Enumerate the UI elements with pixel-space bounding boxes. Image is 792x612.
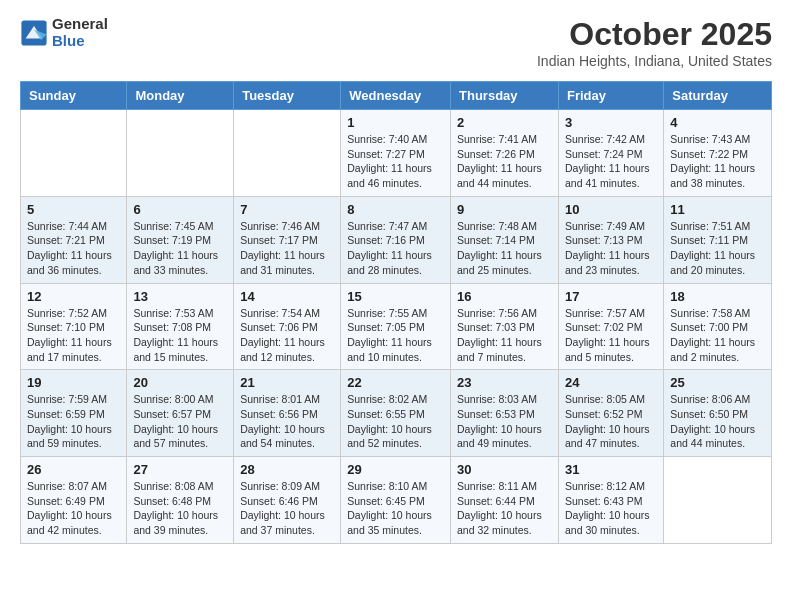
day-info: Sunrise: 8:11 AM Sunset: 6:44 PM Dayligh… xyxy=(457,479,552,538)
day-info: Sunrise: 8:07 AM Sunset: 6:49 PM Dayligh… xyxy=(27,479,120,538)
day-info: Sunrise: 8:02 AM Sunset: 6:55 PM Dayligh… xyxy=(347,392,444,451)
day-number: 5 xyxy=(27,202,120,217)
day-header-friday: Friday xyxy=(558,82,663,110)
day-header-monday: Monday xyxy=(127,82,234,110)
calendar-cell: 15Sunrise: 7:55 AM Sunset: 7:05 PM Dayli… xyxy=(341,283,451,370)
logo-icon xyxy=(20,19,48,47)
day-number: 24 xyxy=(565,375,657,390)
day-header-tuesday: Tuesday xyxy=(234,82,341,110)
calendar-cell: 20Sunrise: 8:00 AM Sunset: 6:57 PM Dayli… xyxy=(127,370,234,457)
day-info: Sunrise: 7:51 AM Sunset: 7:11 PM Dayligh… xyxy=(670,219,765,278)
day-info: Sunrise: 8:08 AM Sunset: 6:48 PM Dayligh… xyxy=(133,479,227,538)
calendar-cell: 6Sunrise: 7:45 AM Sunset: 7:19 PM Daylig… xyxy=(127,196,234,283)
day-info: Sunrise: 7:52 AM Sunset: 7:10 PM Dayligh… xyxy=(27,306,120,365)
day-info: Sunrise: 7:42 AM Sunset: 7:24 PM Dayligh… xyxy=(565,132,657,191)
calendar-cell: 18Sunrise: 7:58 AM Sunset: 7:00 PM Dayli… xyxy=(664,283,772,370)
calendar-cell xyxy=(664,457,772,544)
day-number: 26 xyxy=(27,462,120,477)
day-number: 14 xyxy=(240,289,334,304)
calendar-cell: 21Sunrise: 8:01 AM Sunset: 6:56 PM Dayli… xyxy=(234,370,341,457)
calendar-cell: 16Sunrise: 7:56 AM Sunset: 7:03 PM Dayli… xyxy=(451,283,559,370)
day-number: 17 xyxy=(565,289,657,304)
day-number: 2 xyxy=(457,115,552,130)
logo-general: General xyxy=(52,16,108,33)
day-info: Sunrise: 7:48 AM Sunset: 7:14 PM Dayligh… xyxy=(457,219,552,278)
calendar-cell xyxy=(21,110,127,197)
day-info: Sunrise: 7:40 AM Sunset: 7:27 PM Dayligh… xyxy=(347,132,444,191)
day-number: 6 xyxy=(133,202,227,217)
day-info: Sunrise: 7:41 AM Sunset: 7:26 PM Dayligh… xyxy=(457,132,552,191)
calendar-cell: 27Sunrise: 8:08 AM Sunset: 6:48 PM Dayli… xyxy=(127,457,234,544)
calendar-cell: 4Sunrise: 7:43 AM Sunset: 7:22 PM Daylig… xyxy=(664,110,772,197)
day-info: Sunrise: 7:46 AM Sunset: 7:17 PM Dayligh… xyxy=(240,219,334,278)
calendar-cell: 19Sunrise: 7:59 AM Sunset: 6:59 PM Dayli… xyxy=(21,370,127,457)
day-info: Sunrise: 7:45 AM Sunset: 7:19 PM Dayligh… xyxy=(133,219,227,278)
day-number: 19 xyxy=(27,375,120,390)
calendar-cell xyxy=(234,110,341,197)
calendar-cell: 8Sunrise: 7:47 AM Sunset: 7:16 PM Daylig… xyxy=(341,196,451,283)
logo-text: General Blue xyxy=(52,16,108,49)
calendar-cell: 3Sunrise: 7:42 AM Sunset: 7:24 PM Daylig… xyxy=(558,110,663,197)
day-number: 25 xyxy=(670,375,765,390)
day-info: Sunrise: 7:57 AM Sunset: 7:02 PM Dayligh… xyxy=(565,306,657,365)
day-info: Sunrise: 8:10 AM Sunset: 6:45 PM Dayligh… xyxy=(347,479,444,538)
day-number: 13 xyxy=(133,289,227,304)
day-info: Sunrise: 7:54 AM Sunset: 7:06 PM Dayligh… xyxy=(240,306,334,365)
page-header: General Blue October 2025 Indian Heights… xyxy=(20,16,772,69)
day-number: 16 xyxy=(457,289,552,304)
header-row: SundayMondayTuesdayWednesdayThursdayFrid… xyxy=(21,82,772,110)
day-info: Sunrise: 8:05 AM Sunset: 6:52 PM Dayligh… xyxy=(565,392,657,451)
day-info: Sunrise: 8:09 AM Sunset: 6:46 PM Dayligh… xyxy=(240,479,334,538)
day-number: 20 xyxy=(133,375,227,390)
calendar-cell: 31Sunrise: 8:12 AM Sunset: 6:43 PM Dayli… xyxy=(558,457,663,544)
location: Indian Heights, Indiana, United States xyxy=(537,53,772,69)
day-number: 9 xyxy=(457,202,552,217)
day-info: Sunrise: 8:12 AM Sunset: 6:43 PM Dayligh… xyxy=(565,479,657,538)
day-number: 3 xyxy=(565,115,657,130)
day-info: Sunrise: 7:44 AM Sunset: 7:21 PM Dayligh… xyxy=(27,219,120,278)
day-info: Sunrise: 8:03 AM Sunset: 6:53 PM Dayligh… xyxy=(457,392,552,451)
calendar-cell: 26Sunrise: 8:07 AM Sunset: 6:49 PM Dayli… xyxy=(21,457,127,544)
day-info: Sunrise: 7:59 AM Sunset: 6:59 PM Dayligh… xyxy=(27,392,120,451)
day-number: 18 xyxy=(670,289,765,304)
calendar-cell: 12Sunrise: 7:52 AM Sunset: 7:10 PM Dayli… xyxy=(21,283,127,370)
day-number: 7 xyxy=(240,202,334,217)
day-number: 21 xyxy=(240,375,334,390)
calendar-cell: 10Sunrise: 7:49 AM Sunset: 7:13 PM Dayli… xyxy=(558,196,663,283)
calendar-table: SundayMondayTuesdayWednesdayThursdayFrid… xyxy=(20,81,772,544)
week-row-2: 5Sunrise: 7:44 AM Sunset: 7:21 PM Daylig… xyxy=(21,196,772,283)
day-info: Sunrise: 8:01 AM Sunset: 6:56 PM Dayligh… xyxy=(240,392,334,451)
week-row-5: 26Sunrise: 8:07 AM Sunset: 6:49 PM Dayli… xyxy=(21,457,772,544)
day-number: 10 xyxy=(565,202,657,217)
calendar-cell: 13Sunrise: 7:53 AM Sunset: 7:08 PM Dayli… xyxy=(127,283,234,370)
calendar-cell: 28Sunrise: 8:09 AM Sunset: 6:46 PM Dayli… xyxy=(234,457,341,544)
week-row-1: 1Sunrise: 7:40 AM Sunset: 7:27 PM Daylig… xyxy=(21,110,772,197)
day-info: Sunrise: 7:53 AM Sunset: 7:08 PM Dayligh… xyxy=(133,306,227,365)
month-title: October 2025 xyxy=(537,16,772,53)
calendar-cell: 14Sunrise: 7:54 AM Sunset: 7:06 PM Dayli… xyxy=(234,283,341,370)
day-header-thursday: Thursday xyxy=(451,82,559,110)
day-info: Sunrise: 8:00 AM Sunset: 6:57 PM Dayligh… xyxy=(133,392,227,451)
day-number: 27 xyxy=(133,462,227,477)
day-number: 12 xyxy=(27,289,120,304)
day-number: 15 xyxy=(347,289,444,304)
day-number: 1 xyxy=(347,115,444,130)
calendar-cell: 2Sunrise: 7:41 AM Sunset: 7:26 PM Daylig… xyxy=(451,110,559,197)
calendar-cell: 1Sunrise: 7:40 AM Sunset: 7:27 PM Daylig… xyxy=(341,110,451,197)
calendar-cell: 17Sunrise: 7:57 AM Sunset: 7:02 PM Dayli… xyxy=(558,283,663,370)
calendar-cell: 5Sunrise: 7:44 AM Sunset: 7:21 PM Daylig… xyxy=(21,196,127,283)
day-number: 31 xyxy=(565,462,657,477)
day-info: Sunrise: 7:56 AM Sunset: 7:03 PM Dayligh… xyxy=(457,306,552,365)
logo: General Blue xyxy=(20,16,108,49)
day-info: Sunrise: 7:55 AM Sunset: 7:05 PM Dayligh… xyxy=(347,306,444,365)
day-info: Sunrise: 7:58 AM Sunset: 7:00 PM Dayligh… xyxy=(670,306,765,365)
day-number: 29 xyxy=(347,462,444,477)
logo-blue: Blue xyxy=(52,33,108,50)
day-header-wednesday: Wednesday xyxy=(341,82,451,110)
day-number: 22 xyxy=(347,375,444,390)
day-info: Sunrise: 7:49 AM Sunset: 7:13 PM Dayligh… xyxy=(565,219,657,278)
day-number: 4 xyxy=(670,115,765,130)
calendar-cell: 24Sunrise: 8:05 AM Sunset: 6:52 PM Dayli… xyxy=(558,370,663,457)
calendar-cell: 30Sunrise: 8:11 AM Sunset: 6:44 PM Dayli… xyxy=(451,457,559,544)
calendar-cell: 23Sunrise: 8:03 AM Sunset: 6:53 PM Dayli… xyxy=(451,370,559,457)
